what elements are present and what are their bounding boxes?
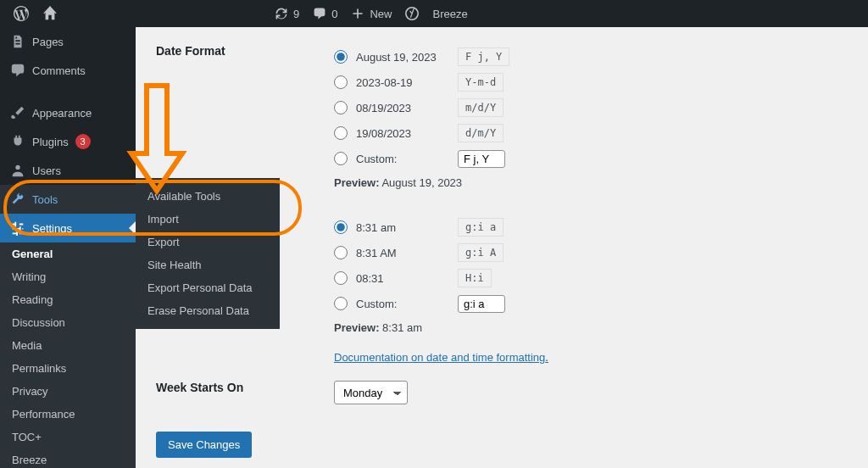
menu-tools[interactable]: Tools	[0, 185, 136, 214]
date-preview: Preview: August 19, 2023	[334, 176, 848, 189]
date-display-1: 2023-08-19	[356, 76, 449, 89]
admin-sidebar: Pages Comments Appearance Plugins 3 User…	[0, 27, 136, 468]
menu-users[interactable]: Users	[0, 156, 136, 185]
user-icon	[10, 163, 25, 178]
wrench-icon	[10, 192, 25, 207]
time-preview: Preview: 8:31 am	[334, 321, 848, 334]
tools-import[interactable]: Import	[136, 208, 280, 231]
plugins-badge: 3	[75, 134, 91, 149]
date-custom-label: Custom:	[356, 153, 449, 165]
time-code-1: g:i A	[458, 243, 504, 262]
time-code-2: H:i	[458, 269, 492, 287]
menu-comments[interactable]: Comments	[0, 56, 136, 85]
time-custom-radio[interactable]	[334, 297, 348, 310]
tools-flyout: Available Tools Import Export Site Healt…	[136, 178, 280, 329]
sub-writing[interactable]: Writing	[0, 265, 136, 288]
date-radio-1[interactable]	[334, 75, 348, 89]
date-code-2: m/d/Y	[458, 98, 504, 117]
admin-bar: 9 0 New Breeze	[0, 0, 868, 27]
menu-pages[interactable]: Pages	[0, 27, 136, 56]
week-starts-label: Week Starts On	[156, 381, 334, 404]
date-radio-2[interactable]	[334, 101, 348, 114]
week-starts-select[interactable]: Monday	[334, 381, 408, 404]
plus-icon	[351, 7, 364, 20]
breeze-link[interactable]: Breeze	[426, 0, 474, 27]
yoast-link[interactable]	[398, 0, 426, 27]
time-custom-input[interactable]	[458, 295, 505, 313]
wordpress-icon	[14, 6, 29, 21]
time-radio-2[interactable]	[334, 271, 348, 285]
sub-breeze[interactable]: Breeze	[0, 448, 136, 468]
sub-permalinks[interactable]: Permalinks	[0, 357, 136, 380]
date-display-0: August 19, 2023	[356, 51, 449, 64]
pages-icon	[10, 34, 25, 49]
wp-logo[interactable]	[7, 0, 36, 27]
sub-performance[interactable]: Performance	[0, 403, 136, 426]
home-icon	[42, 6, 58, 21]
tools-available[interactable]: Available Tools	[136, 185, 280, 208]
time-custom-label: Custom:	[356, 298, 449, 310]
date-custom-radio[interactable]	[334, 152, 348, 165]
time-radio-1[interactable]	[334, 246, 348, 259]
comments-count: 0	[331, 8, 337, 20]
tools-site-health[interactable]: Site Health	[136, 254, 280, 276]
date-code-1: Y-m-d	[458, 73, 504, 92]
date-code-0: F j, Y	[458, 47, 509, 66]
updates-link[interactable]: 9	[268, 0, 306, 27]
sliders-icon	[10, 220, 25, 236]
time-code-0: g:i a	[458, 218, 504, 237]
date-radio-0[interactable]	[334, 50, 348, 64]
settings-submenu: General Writing Reading Discussion Media…	[0, 242, 136, 468]
sub-general[interactable]: General	[0, 242, 136, 265]
tools-export-personal[interactable]: Export Personal Data	[136, 276, 280, 299]
comments-icon	[10, 63, 25, 78]
date-display-3: 19/08/2023	[356, 127, 449, 140]
home-link[interactable]	[36, 0, 64, 27]
time-display-0: 8:31 am	[356, 221, 449, 234]
comment-icon	[313, 7, 326, 20]
menu-appearance[interactable]: Appearance	[0, 98, 136, 127]
date-code-3: d/m/Y	[458, 124, 504, 142]
comments-link[interactable]: 0	[306, 0, 344, 27]
sub-discussion[interactable]: Discussion	[0, 311, 136, 334]
brush-icon	[10, 105, 25, 120]
time-display-2: 08:31	[356, 272, 449, 285]
plugin-icon	[10, 134, 25, 149]
date-display-2: 08/19/2023	[356, 102, 449, 114]
tools-erase-personal[interactable]: Erase Personal Data	[136, 299, 280, 322]
save-changes-button[interactable]: Save Changes	[156, 432, 252, 458]
sub-tocplus[interactable]: TOC+	[0, 426, 136, 448]
date-radio-3[interactable]	[334, 126, 348, 140]
refresh-icon	[275, 7, 288, 20]
date-custom-input[interactable]	[458, 150, 505, 168]
updates-count: 9	[293, 8, 299, 20]
menu-plugins[interactable]: Plugins 3	[0, 127, 136, 156]
tools-export[interactable]: Export	[136, 231, 280, 254]
sub-privacy[interactable]: Privacy	[0, 380, 136, 403]
menu-settings[interactable]: Settings	[0, 214, 136, 242]
new-content-link[interactable]: New	[344, 0, 398, 27]
time-radio-0[interactable]	[334, 220, 348, 234]
yoast-icon	[405, 7, 419, 20]
time-display-1: 8:31 AM	[356, 247, 449, 259]
sub-reading[interactable]: Reading	[0, 288, 136, 311]
doc-link[interactable]: Documentation on date and time formattin…	[334, 351, 548, 364]
sub-media[interactable]: Media	[0, 334, 136, 357]
